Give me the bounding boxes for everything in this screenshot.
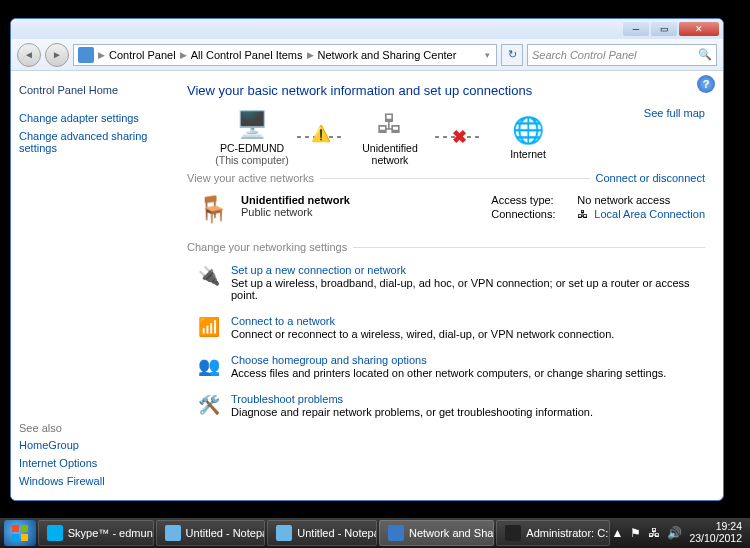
task-homegroup: 👥 Choose homegroup and sharing options A… — [187, 347, 705, 386]
troubleshoot-icon: 🛠️ — [197, 393, 221, 417]
breadcrumb-all-items[interactable]: All Control Panel Items — [191, 49, 303, 61]
sidebar-link-adapter[interactable]: Change adapter settings — [19, 109, 171, 127]
body: Control Panel Home Change adapter settin… — [11, 71, 723, 500]
search-placeholder: Search Control Panel — [532, 49, 637, 61]
sidebar: Control Panel Home Change adapter settin… — [11, 71, 179, 500]
back-button[interactable]: ◄ — [17, 43, 41, 67]
divider — [353, 247, 705, 248]
sidebar-seealso-firewall[interactable]: Windows Firewall — [19, 472, 171, 490]
minimize-button[interactable]: ─ — [623, 22, 649, 36]
tray-arrow-icon[interactable]: ▲ — [612, 526, 624, 540]
see-also-label: See also — [19, 422, 171, 434]
search-input[interactable]: Search Control Panel 🔍 — [527, 44, 717, 66]
maximize-button[interactable]: ▭ — [651, 22, 677, 36]
start-button[interactable] — [4, 520, 36, 546]
clock-date: 23/10/2012 — [689, 533, 742, 545]
homegroup-icon: 👥 — [197, 354, 221, 378]
breadcrumb-separator: ▶ — [305, 50, 316, 60]
address-bar-row: ◄ ► ▶ Control Panel ▶ All Control Panel … — [11, 39, 723, 71]
divider — [320, 178, 590, 179]
refresh-button[interactable]: ↻ — [501, 44, 523, 66]
node-internet[interactable]: 🌐 Internet — [483, 114, 573, 160]
sidebar-seealso-homegroup[interactable]: HomeGroup — [19, 436, 171, 454]
see-full-map-link[interactable]: See full map — [644, 107, 705, 119]
connect-disconnect-link[interactable]: Connect or disconnect — [596, 172, 705, 184]
breadcrumb-separator: ▶ — [178, 50, 189, 60]
close-button[interactable]: ✕ — [679, 22, 719, 36]
access-type-label: Access type: — [491, 194, 571, 206]
ethernet-icon: 🖧 — [577, 208, 588, 220]
active-networks-header: View your active networks Connect or dis… — [187, 172, 705, 184]
taskbar-label: Skype™ - edmun… — [68, 527, 154, 539]
forward-button[interactable]: ► — [45, 43, 69, 67]
computer-icon: 🖥️ — [234, 108, 270, 140]
taskbar-label: Untitled - Notepad — [297, 527, 377, 539]
taskbar-label: Administrator: C:… — [526, 527, 609, 539]
local-area-connection-link[interactable]: Local Area Connection — [594, 208, 705, 220]
active-network-row: 🪑 Unidentified network Public network Ac… — [187, 188, 705, 235]
svg-rect-1 — [21, 525, 28, 532]
task-troubleshoot: 🛠️ Troubleshoot problems Diagnose and re… — [187, 386, 705, 425]
tray-volume-icon[interactable]: 🔊 — [667, 526, 682, 540]
notepad-icon — [276, 525, 292, 541]
access-type-value: No network access — [577, 194, 670, 206]
breadcrumb-separator: ▶ — [96, 50, 107, 60]
task-connect: 📶 Connect to a network Connect or reconn… — [187, 308, 705, 347]
warning-icon: ⚠️ — [311, 124, 331, 143]
task-setup-link[interactable]: Set up a new connection or network — [231, 264, 705, 276]
taskbar-label: Untitled - Notepad — [186, 527, 266, 539]
window: ─ ▭ ✕ ◄ ► ▶ Control Panel ▶ All Control … — [10, 18, 724, 501]
node-internet-label: Internet — [483, 148, 573, 160]
skype-icon — [47, 525, 63, 541]
task-setup-connection: 🔌 Set up a new connection or network Set… — [187, 257, 705, 308]
active-network-type: Public network — [241, 206, 350, 218]
titlebar: ─ ▭ ✕ — [11, 19, 723, 39]
taskbar: Skype™ - edmun… Untitled - Notepad Untit… — [0, 518, 750, 548]
taskbar-item-cmd[interactable]: Administrator: C:… — [496, 520, 609, 546]
windows-logo-icon — [11, 524, 29, 542]
tray-flag-icon[interactable]: ⚑ — [630, 526, 641, 540]
taskbar-item-notepad[interactable]: Untitled - Notepad — [156, 520, 266, 546]
svg-rect-0 — [12, 525, 19, 532]
taskbar-item-notepad[interactable]: Untitled - Notepad — [267, 520, 377, 546]
setup-icon: 🔌 — [197, 264, 221, 288]
node-unidentified[interactable]: 🖧 Unidentified network — [345, 108, 435, 166]
system-tray: ▲ ⚑ 🖧 🔊 19:24 23/10/2012 — [612, 521, 746, 544]
node-pc-sublabel: (This computer) — [207, 154, 297, 166]
network-icon: 🖧 — [372, 108, 408, 140]
breadcrumb-network-sharing[interactable]: Network and Sharing Center — [318, 49, 457, 61]
task-list: 🔌 Set up a new connection or network Set… — [187, 257, 705, 425]
clock[interactable]: 19:24 23/10/2012 — [689, 521, 742, 544]
svg-rect-2 — [12, 534, 19, 541]
connection-line-broken: ✖ — [435, 136, 483, 138]
task-connect-link[interactable]: Connect to a network — [231, 315, 614, 327]
taskbar-item-skype[interactable]: Skype™ - edmun… — [38, 520, 154, 546]
page-title: View your basic network information and … — [187, 83, 705, 98]
tray-network-icon[interactable]: 🖧 — [648, 526, 660, 540]
search-icon: 🔍 — [698, 48, 712, 61]
connection-details: Access type: No network access Connectio… — [491, 194, 705, 222]
taskbar-item-network[interactable]: Network and Sha… — [379, 520, 494, 546]
node-pc-label: PC-EDMUND — [207, 142, 297, 154]
networking-settings-header: Change your networking settings — [187, 241, 705, 253]
task-homegroup-link[interactable]: Choose homegroup and sharing options — [231, 354, 666, 366]
taskbar-label: Network and Sha… — [409, 527, 494, 539]
cmd-icon — [505, 525, 521, 541]
active-network-info: Unidentified network Public network — [241, 194, 350, 218]
task-troubleshoot-desc: Diagnose and repair network problems, or… — [231, 406, 593, 418]
connection-line-warning: ⚠️ — [297, 136, 345, 138]
address-dropdown-icon[interactable]: ▾ — [483, 50, 492, 60]
sidebar-seealso-internet-options[interactable]: Internet Options — [19, 454, 171, 472]
sidebar-home[interactable]: Control Panel Home — [19, 81, 171, 99]
task-connect-desc: Connect or reconnect to a wireless, wire… — [231, 328, 614, 340]
control-panel-icon — [78, 47, 94, 63]
content: ? View your basic network information an… — [179, 71, 723, 500]
address-bar[interactable]: ▶ Control Panel ▶ All Control Panel Item… — [73, 44, 497, 66]
task-troubleshoot-link[interactable]: Troubleshoot problems — [231, 393, 593, 405]
active-networks-label: View your active networks — [187, 172, 314, 184]
active-network-name: Unidentified network — [241, 194, 350, 206]
help-icon[interactable]: ? — [697, 75, 715, 93]
sidebar-link-sharing[interactable]: Change advanced sharing settings — [19, 127, 171, 157]
breadcrumb-control-panel[interactable]: Control Panel — [109, 49, 176, 61]
node-this-computer[interactable]: 🖥️ PC-EDMUND (This computer) — [207, 108, 297, 166]
